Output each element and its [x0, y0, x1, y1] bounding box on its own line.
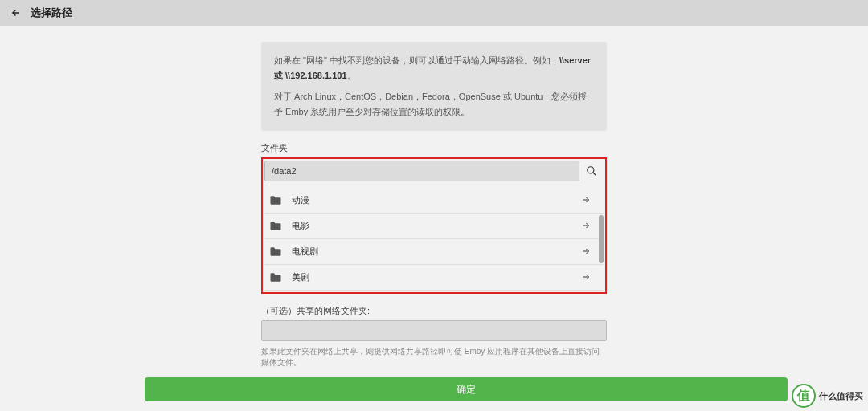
page-body: 如果在 "网络" 中找不到您的设备，则可以通过手动输入网络路径。例如，\\ser…	[0, 26, 868, 411]
list-item[interactable]: 美剧	[264, 265, 604, 291]
folder-icon	[269, 271, 284, 283]
folder-name: 电影	[292, 220, 579, 232]
search-button[interactable]	[579, 161, 604, 181]
badge-icon: 值	[792, 384, 816, 408]
folder-list: 动漫 电影 电视剧 美剧	[264, 188, 604, 291]
list-item[interactable]: 动漫	[264, 188, 604, 214]
header: 选择路径	[0, 0, 868, 26]
folder-path-input[interactable]	[264, 161, 579, 181]
chevron-right-icon	[579, 271, 592, 283]
info-box: 如果在 "网络" 中找不到您的设备，则可以通过手动输入网络路径。例如，\\ser…	[261, 42, 607, 131]
list-item[interactable]: 电影	[264, 214, 604, 239]
search-icon	[586, 165, 597, 177]
chevron-right-icon	[579, 219, 592, 232]
list-item[interactable]: 电视剧	[264, 239, 604, 265]
folder-picker: 动漫 电影 电视剧 美剧	[261, 157, 607, 294]
scrollbar[interactable]	[599, 215, 604, 263]
confirm-button[interactable]: 确定	[145, 377, 788, 401]
badge-text: 什么值得买	[819, 390, 863, 402]
folder-name: 美剧	[292, 271, 579, 283]
back-icon[interactable]	[8, 5, 24, 21]
shared-label: （可选）共享的网络文件夹:	[261, 305, 607, 317]
chevron-right-icon	[579, 193, 592, 206]
folder-icon	[269, 246, 284, 257]
folder-name: 动漫	[292, 194, 579, 206]
folder-icon	[269, 194, 284, 206]
folder-name: 电视剧	[292, 246, 579, 258]
folder-icon	[269, 220, 284, 231]
folder-label: 文件夹:	[261, 142, 607, 154]
page-title: 选择路径	[31, 6, 72, 20]
shared-hint: 如果此文件夹在网络上共享，则提供网络共享路径即可使 Emby 应用程序在其他设备…	[261, 346, 607, 368]
svg-point-0	[588, 167, 594, 173]
chevron-right-icon	[579, 245, 592, 258]
svg-line-1	[593, 173, 596, 176]
watermark-badge: 值 什么值得买	[792, 384, 863, 408]
shared-folder-input[interactable]	[261, 320, 607, 341]
